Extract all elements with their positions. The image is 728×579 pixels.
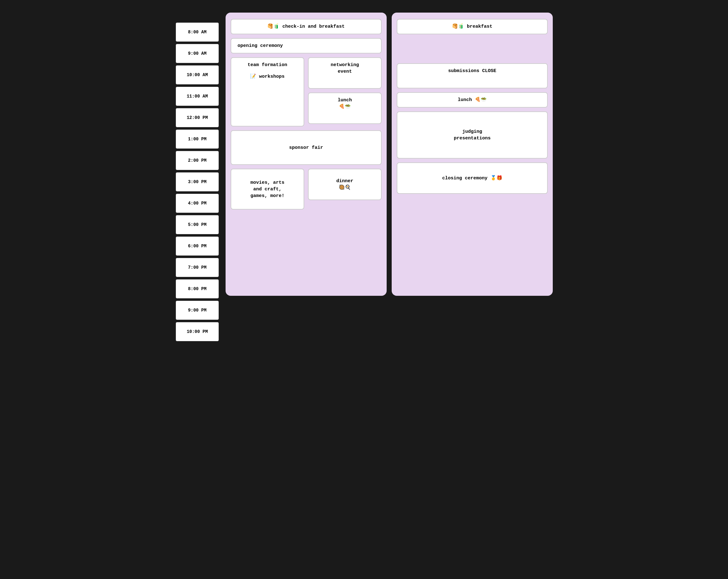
workshops-label: 📝 workshops xyxy=(236,73,298,80)
dinner-label: dinner🥘🍳 xyxy=(336,178,353,191)
team-formation-card: team formation 📝 workshops xyxy=(231,57,304,126)
networking-cell: networkingevent lunch🍕🥗 xyxy=(308,57,382,126)
judging-row: judging presentations xyxy=(397,111,548,158)
lunch-day1-label: lunch🍕🥗 xyxy=(338,98,352,109)
checkin-row: 🥞🧃 check-in and breakfast xyxy=(231,19,382,34)
sponsor-fair-label: sponsor fair xyxy=(289,145,323,151)
networking-event-card: networkingevent xyxy=(308,57,382,89)
breakfast-card: 🥞🧃 breakfast xyxy=(397,19,548,34)
time-slot-8am: 8:00 AM xyxy=(175,22,219,42)
lunch-day1-card: lunch🍕🥗 xyxy=(308,93,382,124)
opening-ceremony-card: opening ceremony xyxy=(231,38,382,53)
day2-grid: 🥞🧃 breakfast submissions CLOSE lunch 🍕🥗 … xyxy=(397,19,548,194)
movies-label: movies, artsand craft,games, more! xyxy=(251,179,284,199)
day-columns: 🥞🧃 check-in and breakfast opening ceremo… xyxy=(226,12,553,296)
judging-label: judging presentations xyxy=(454,128,491,142)
checkin-breakfast-card: 🥞🧃 check-in and breakfast xyxy=(231,19,382,34)
team-formation-label: team formation xyxy=(236,62,298,68)
team-networking-row: team formation 📝 workshops networkingeve… xyxy=(231,57,382,126)
time-slot-1pm: 1:00 PM xyxy=(175,129,219,149)
time-slot-2pm: 2:00 PM xyxy=(175,150,219,171)
time-slot-7pm: 7:00 PM xyxy=(175,257,219,278)
time-slot-8pm: 8:00 PM xyxy=(175,279,219,299)
time-slot-5pm: 5:00 PM xyxy=(175,215,219,235)
dinner-movies-row: movies, artsand craft,games, more! dinne… xyxy=(231,169,382,209)
closing-ceremony-card: closing ceremony 🥇🎁 xyxy=(397,162,548,194)
time-slot-9pm: 9:00 PM xyxy=(175,300,219,320)
opening-row: opening ceremony xyxy=(231,38,382,53)
networking-label: networkingevent xyxy=(331,62,359,74)
sponsor-fair-card: sponsor fair xyxy=(231,130,382,165)
closing-row: closing ceremony 🥇🎁 xyxy=(397,162,548,194)
submissions-close-card: submissions CLOSE xyxy=(397,63,548,89)
breakfast-row: 🥞🧃 breakfast xyxy=(397,19,548,34)
schedule-container: 8:00 AM 9:00 AM 10:00 AM 11:00 AM 12:00 … xyxy=(175,12,553,343)
time-slot-11am: 11:00 AM xyxy=(175,86,219,106)
lunch-day2-row: lunch 🍕🥗 xyxy=(397,92,548,108)
time-slot-9am: 9:00 AM xyxy=(175,44,219,64)
team-formation-cell: team formation 📝 workshops xyxy=(231,57,304,126)
day1-grid: 🥞🧃 check-in and breakfast opening ceremo… xyxy=(231,19,382,290)
sponsor-row: sponsor fair xyxy=(231,130,382,165)
time-slot-4pm: 4:00 PM xyxy=(175,193,219,213)
time-slot-12pm: 12:00 PM xyxy=(175,108,219,128)
dinner-card: dinner🥘🍳 xyxy=(308,169,382,200)
movies-card: movies, artsand craft,games, more! xyxy=(231,169,304,209)
time-slot-10pm: 10:00 PM xyxy=(175,322,219,342)
movies-cell: movies, artsand craft,games, more! xyxy=(231,169,304,209)
time-slot-6pm: 6:00 PM xyxy=(175,236,219,256)
closing-label: closing ceremony 🥇🎁 xyxy=(442,175,502,181)
submissions-row: submissions CLOSE xyxy=(397,63,548,89)
day1-column: 🥞🧃 check-in and breakfast opening ceremo… xyxy=(226,12,387,296)
judging-card: judging presentations xyxy=(397,111,548,158)
day2-column: 🥞🧃 breakfast submissions CLOSE lunch 🍕🥗 … xyxy=(392,12,553,296)
time-column: 8:00 AM 9:00 AM 10:00 AM 11:00 AM 12:00 … xyxy=(175,22,219,343)
dinner-cell: dinner🥘🍳 xyxy=(308,169,382,209)
time-slot-10am: 10:00 AM xyxy=(175,65,219,85)
lunch-day2-card: lunch 🍕🥗 xyxy=(397,92,548,108)
time-slot-3pm: 3:00 PM xyxy=(175,172,219,192)
